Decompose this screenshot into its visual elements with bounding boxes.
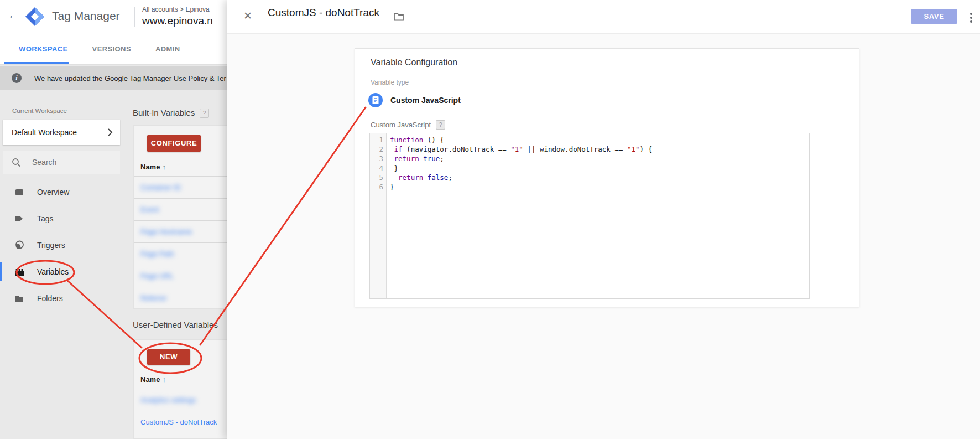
tab-admin[interactable]: ADMIN xyxy=(155,33,180,64)
line-number: 2 xyxy=(370,144,383,154)
code-line: return false; xyxy=(390,173,652,182)
search-input[interactable] xyxy=(31,157,111,167)
line-number: 5 xyxy=(370,173,383,182)
folder-icon xyxy=(14,293,25,304)
save-button[interactable]: SAVE xyxy=(911,9,957,24)
tag-manager-logo xyxy=(24,6,45,27)
code-line: } xyxy=(390,163,652,173)
sidebar-item-tags[interactable]: Tags xyxy=(0,205,124,232)
variable-link[interactable]: CustomJS - doNotTrack xyxy=(140,418,217,426)
header-divider xyxy=(134,7,135,27)
search-icon xyxy=(12,158,21,167)
blurred-variable-link[interactable]: Event xyxy=(140,205,159,214)
active-indicator xyxy=(0,262,2,281)
kebab-menu-icon[interactable] xyxy=(969,12,973,24)
sidebar-item-triggers[interactable]: Triggers xyxy=(0,232,124,259)
sidebar-search xyxy=(3,151,120,174)
back-arrow-icon[interactable]: ← xyxy=(8,9,19,22)
code-line: return true; xyxy=(390,154,652,163)
sidebar-item-overview[interactable]: Overview xyxy=(0,179,124,205)
variables-icon xyxy=(14,266,25,277)
blurred-variable-link[interactable]: Referrer xyxy=(140,294,167,302)
blurred-variable-link[interactable]: Page URL xyxy=(140,272,174,280)
code-line: if (navigator.doNotTrack == "1" || windo… xyxy=(390,144,652,154)
overview-icon xyxy=(14,187,25,198)
tag-icon xyxy=(14,213,25,224)
panel-header: ✕ CustomJS - doNotTrack SAVE xyxy=(227,0,980,34)
info-icon: i xyxy=(12,73,22,83)
container-name[interactable]: www.epinova.n xyxy=(142,15,213,27)
tab-versions[interactable]: VERSIONS xyxy=(92,33,131,64)
blurred-variable-link[interactable]: Analytics settings xyxy=(140,396,196,404)
sort-ascending-icon: ↑ xyxy=(162,163,166,171)
help-icon[interactable]: ? xyxy=(200,109,209,118)
variable-type-label: Variable type xyxy=(371,79,409,86)
line-numbers: 123456 xyxy=(370,133,387,298)
user-defined-variables-title: User-Defined Variables xyxy=(133,320,218,329)
configure-button[interactable]: CONFIGURE xyxy=(147,135,201,152)
workspace-selector[interactable]: Default Workspace xyxy=(3,120,120,145)
current-workspace-label: Current Workspace xyxy=(12,107,67,114)
code-editor[interactable]: 123456 function () { if (navigator.doNot… xyxy=(369,133,810,299)
line-number: 4 xyxy=(370,163,383,173)
workspace-name: Default Workspace xyxy=(12,128,107,137)
help-icon[interactable]: ? xyxy=(436,120,445,130)
blurred-variable-link[interactable]: Page Path xyxy=(140,250,174,258)
sidebar-item-folders[interactable]: Folders xyxy=(0,285,124,312)
code-line: function () { xyxy=(390,135,652,144)
line-number: 1 xyxy=(370,135,383,144)
move-to-folder-icon[interactable] xyxy=(393,12,404,22)
sidebar-nav: OverviewTagsTriggersVariablesFolders xyxy=(0,179,124,312)
sidebar-item-label: Tags xyxy=(37,214,54,223)
card-title: Variable Configuration xyxy=(371,58,457,68)
close-icon[interactable]: ✕ xyxy=(243,9,252,22)
blurred-variable-link[interactable]: Page Hostname xyxy=(140,228,192,236)
breadcrumb[interactable]: All accounts > Epinova xyxy=(142,6,210,13)
sidebar-item-label: Overview xyxy=(37,188,69,197)
sidebar-item-label: Triggers xyxy=(37,241,65,250)
variable-type-value: Custom JavaScript xyxy=(390,96,461,105)
sidebar-item-variables[interactable]: Variables xyxy=(0,259,124,285)
builtin-variables-title: Built-In Variables? xyxy=(133,108,209,118)
sidebar-item-label: Folders xyxy=(37,294,63,303)
new-variable-button[interactable]: NEW xyxy=(147,349,190,365)
sidebar-item-label: Variables xyxy=(37,267,69,276)
product-name: Tag Manager xyxy=(52,9,120,23)
code-lines: function () { if (navigator.doNotTrack =… xyxy=(387,133,652,298)
notice-text: We have updated the Google Tag Manager U… xyxy=(34,74,226,82)
variable-editor-panel: ✕ CustomJS - doNotTrack SAVE Variable Co… xyxy=(227,0,980,439)
variable-type-selector[interactable]: Custom JavaScript xyxy=(368,93,461,107)
blurred-variable-link[interactable]: Container ID xyxy=(140,183,181,192)
variable-configuration-card: Variable Configuration Variable type Cus… xyxy=(355,48,859,307)
chevron-right-icon xyxy=(107,128,113,137)
gtm-screen: ← Tag Manager All accounts > Epinova www… xyxy=(0,0,980,439)
custom-javascript-icon xyxy=(368,93,383,107)
tab-workspace[interactable]: WORKSPACE xyxy=(19,33,68,64)
line-number: 6 xyxy=(370,182,383,192)
line-number: 3 xyxy=(370,154,383,163)
variable-name-field[interactable]: CustomJS - doNotTrack xyxy=(268,7,387,23)
code-editor-label: Custom JavaScript? xyxy=(371,120,445,130)
trigger-icon xyxy=(14,240,25,251)
sort-ascending-icon: ↑ xyxy=(162,375,166,384)
code-line: } xyxy=(390,182,652,192)
